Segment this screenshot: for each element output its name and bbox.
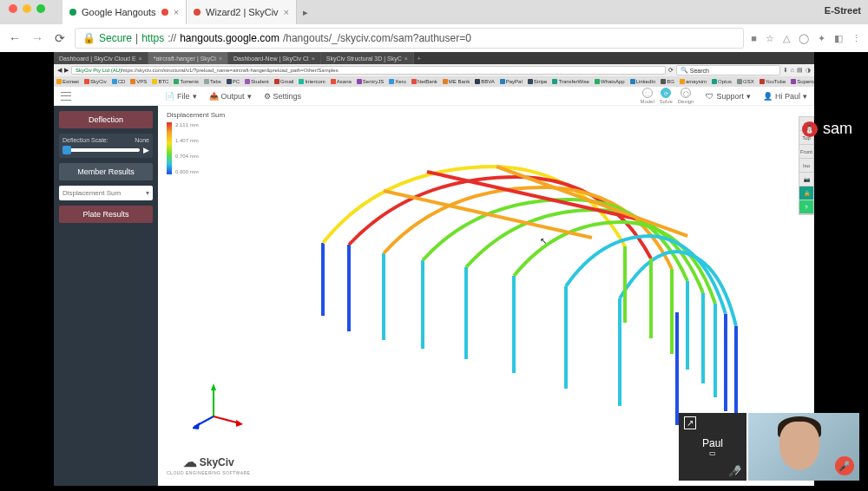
bookmark[interactable]: TransferWise: [549, 79, 591, 84]
chrome-menu-icon[interactable]: ⋮: [852, 33, 861, 44]
firefox-search[interactable]: 🔍 Search: [676, 65, 780, 75]
output-menu[interactable]: 📤 Output ▾: [209, 92, 252, 101]
stage-solve[interactable]: ⟳Solve: [660, 88, 673, 104]
chrome-tab-hangouts[interactable]: Google Hangouts ×: [62, 0, 187, 24]
forward-button[interactable]: →: [30, 31, 45, 45]
back-button[interactable]: ←: [7, 31, 23, 45]
stage-model[interactable]: ⬚Model: [640, 88, 654, 104]
close-icon[interactable]: ×: [174, 7, 179, 17]
bookmark[interactable]: amaysim: [677, 79, 709, 84]
extension-icon[interactable]: △: [783, 33, 790, 44]
lock-button[interactable]: 🔒: [799, 187, 813, 200]
pocket-icon[interactable]: ◑: [806, 67, 811, 74]
bookmark[interactable]: Gmail: [272, 79, 297, 84]
folder-icon[interactable]: ▤: [797, 67, 803, 74]
user-menu[interactable]: 👤 Hi Paul ▾: [763, 92, 807, 101]
bookmark[interactable]: Tabs: [201, 79, 224, 84]
bookmark[interactable]: LinkedIn: [628, 79, 659, 84]
svg-marker-25: [193, 422, 200, 429]
bookmark[interactable]: NetBank: [409, 79, 440, 84]
bookmark[interactable]: YouTube: [757, 79, 789, 84]
bookmark[interactable]: GSX: [734, 79, 757, 84]
close-icon[interactable]: ×: [284, 7, 289, 17]
bookmark[interactable]: BTC: [149, 79, 171, 84]
bookmark[interactable]: Xero: [386, 79, 409, 84]
close-icon[interactable]: ×: [312, 56, 315, 62]
bookmark[interactable]: BBVA: [472, 79, 497, 84]
extension-icon[interactable]: ◯: [799, 33, 809, 44]
back-icon[interactable]: ◀: [57, 67, 62, 74]
bookmark[interactable]: WhatsApp: [592, 79, 628, 84]
bookmark[interactable]: VPS: [128, 79, 149, 84]
firefox-tab[interactable]: Dashboard-New | SkyCiv Cl×: [228, 52, 321, 64]
close-icon[interactable]: ×: [219, 56, 222, 62]
firefox-tabs: Dashboard | SkyCiv Cloud E× *aircraft-ha…: [54, 52, 814, 64]
participant-tile-paul[interactable]: ↗ Paul ▭ 🎤̷: [679, 413, 746, 481]
bookmark[interactable]: SentryJS: [354, 79, 386, 84]
present-icon: ▭: [709, 449, 716, 457]
bookmark[interactable]: Asana: [328, 79, 354, 84]
download-icon[interactable]: ⬇: [783, 67, 788, 74]
support-menu[interactable]: 🛡 Support ▾: [706, 92, 751, 101]
mic-muted-icon: 🎤̷: [728, 465, 741, 477]
new-tab-button[interactable]: ▸: [297, 7, 314, 18]
bookmark[interactable]: ME Bank: [440, 79, 472, 84]
reload-button[interactable]: ⟳: [52, 31, 68, 45]
help-button[interactable]: ?: [799, 200, 813, 214]
view-front-button[interactable]: Front: [799, 145, 813, 159]
firefox-tab[interactable]: Dashboard | SkyCiv Cloud E×: [54, 52, 148, 64]
reload-icon[interactable]: ⟳: [668, 67, 674, 74]
firefox-new-tab[interactable]: +: [414, 52, 424, 64]
bookmark[interactable]: PC: [224, 79, 242, 84]
settings-menu[interactable]: ⚙ Settings: [264, 92, 302, 101]
bookmark[interactable]: Optus: [709, 79, 734, 84]
firefox-tab[interactable]: SkyCiv Structural 3D | SkyC×: [321, 52, 414, 64]
bookmark[interactable]: BG: [658, 79, 677, 84]
stage-design[interactable]: ◯Design: [678, 88, 694, 104]
bookmark[interactable]: Student: [242, 79, 272, 84]
play-icon[interactable]: ▶: [143, 146, 149, 154]
close-icon[interactable]: ×: [139, 56, 142, 62]
view-iso-button[interactable]: Iso: [799, 159, 813, 173]
home-icon[interactable]: ⌂: [791, 67, 794, 74]
close-icon[interactable]: ×: [404, 56, 408, 62]
mac-traffic-lights[interactable]: [9, 4, 45, 13]
bookmark[interactable]: CD: [109, 79, 128, 84]
mac-minimize[interactable]: [23, 4, 31, 13]
scale-label: Deflection Scale:: [62, 137, 108, 143]
mac-fullscreen[interactable]: [36, 4, 45, 13]
bookmark[interactable]: Supercoach: [788, 79, 814, 84]
result-type-select[interactable]: Displacement Sum▾: [59, 186, 153, 200]
deflection-button[interactable]: Deflection: [59, 111, 153, 128]
firefox-url-bar[interactable]: SkyCiv Pty Ltd (AU) https://skyciv.com/s…: [71, 66, 666, 75]
member-results-button[interactable]: Member Results: [59, 163, 153, 180]
app-topbar: 📄 File ▾ 📤 Output ▾ ⚙ Settings ⬚Model ⟳S…: [54, 87, 814, 106]
bookmark[interactable]: Stripe: [525, 79, 550, 84]
deflection-slider[interactable]: [62, 148, 140, 152]
firefox-tab[interactable]: *aircraft-hanger | SkyCi×: [148, 52, 228, 64]
structure-model: [271, 115, 757, 444]
plate-results-button[interactable]: Plate Results: [59, 206, 153, 223]
address-bar[interactable]: 🔒 Secure | https :// hangouts.google.com…: [75, 28, 744, 49]
screenshot-button[interactable]: 📷: [799, 173, 813, 187]
bookmark[interactable]: SkyCiv: [82, 79, 109, 84]
bookmark[interactable]: Intercom: [296, 79, 327, 84]
chrome-tabs: Google Hangouts × Wizard2 | SkyCiv × ▸: [0, 0, 868, 24]
bookmark[interactable]: PayPal: [497, 79, 525, 84]
chrome-tab-skyciv[interactable]: Wizard2 | SkyCiv ×: [187, 0, 297, 24]
forward-icon[interactable]: ▶: [64, 67, 69, 74]
bookmark[interactable]: Torrents: [171, 79, 201, 84]
extension-icon[interactable]: ◧: [834, 33, 843, 44]
extension-icon[interactable]: ✦: [818, 33, 825, 44]
slider-thumb[interactable]: [62, 146, 71, 154]
identity-label: SkyCiv Pty Ltd (AU): [76, 68, 122, 73]
self-camera-tile[interactable]: 🎤: [748, 413, 859, 481]
star-icon[interactable]: ☆: [766, 33, 774, 44]
camera-icon[interactable]: ■: [751, 33, 757, 43]
url-host: hangouts.google.com: [180, 32, 279, 44]
bookmark[interactable]: Estreet: [54, 79, 82, 84]
mac-close[interactable]: [9, 4, 17, 13]
menu-icon[interactable]: [61, 92, 71, 101]
mic-off-button[interactable]: 🎤: [835, 456, 854, 475]
file-menu[interactable]: 📄 File ▾: [165, 92, 197, 101]
